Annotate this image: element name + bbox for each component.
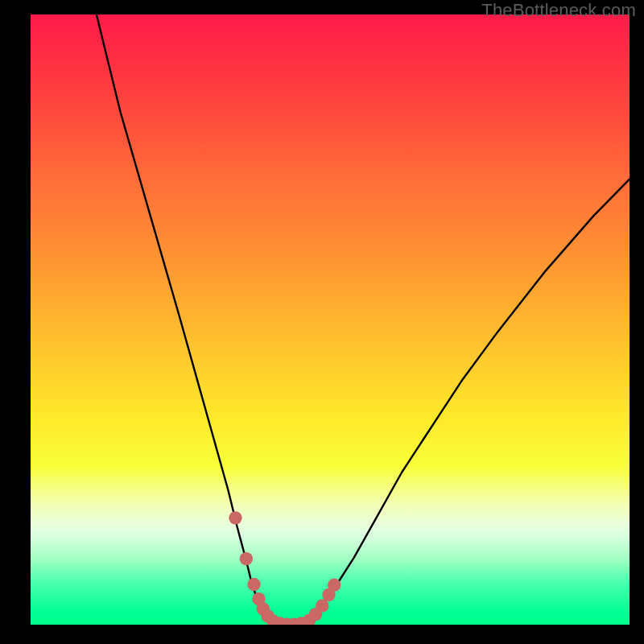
highlight-dot <box>229 511 242 524</box>
plot-area <box>31 14 630 625</box>
chart-svg <box>31 14 630 625</box>
highlight-dot <box>316 599 328 612</box>
highlight-dot <box>328 579 341 592</box>
highlight-dot <box>240 552 253 565</box>
highlight-dot <box>247 578 260 591</box>
curve-layer <box>97 14 630 625</box>
chart-frame: TheBottleneck.com <box>0 0 644 644</box>
watermark-text: TheBottleneck.com <box>481 0 636 21</box>
bottleneck-curve <box>97 14 630 625</box>
marker-layer <box>229 511 341 625</box>
